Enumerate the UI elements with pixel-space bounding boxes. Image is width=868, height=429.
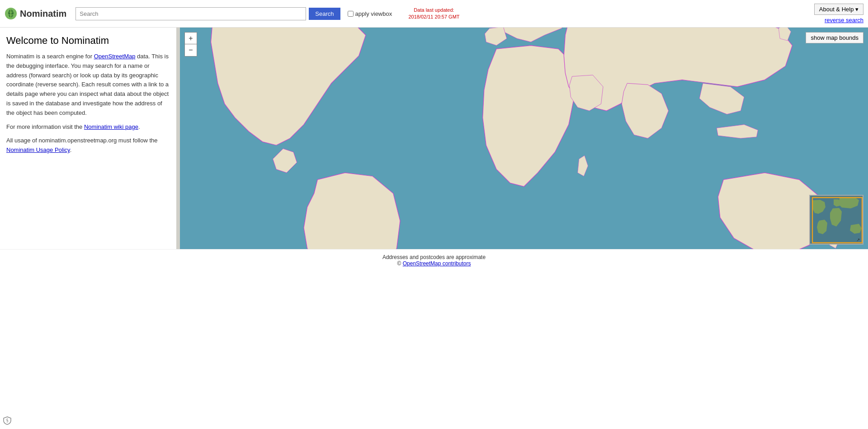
apply-viewbox-area: apply viewbox <box>348 10 392 17</box>
footer-addresses: Addresses and postcodes are approximate <box>5 254 863 260</box>
osm-link[interactable]: OpenStreetMap <box>94 53 136 60</box>
footer-osm-link[interactable]: OpenStreetMap contributors <box>403 260 471 267</box>
logo-text: Nominatim <box>20 9 66 19</box>
world-map-svg <box>180 28 868 249</box>
search-input[interactable] <box>75 7 306 20</box>
zoom-controls: + − <box>184 32 197 57</box>
header: Nominatim Search apply viewbox Data last… <box>0 0 868 28</box>
welcome-title: Welcome to Nominatim <box>6 35 170 47</box>
footer-copyright: © OpenStreetMap contributors <box>5 260 863 267</box>
footer: Addresses and postcodes are approximate … <box>0 249 868 271</box>
usage-policy-link[interactable]: Nominatim Usage Policy <box>6 146 70 153</box>
description-text: Nominatim is a search engine for OpenStr… <box>6 52 170 118</box>
data-updated: Data last updated: 2018/02/11 20:57 GMT <box>408 7 459 21</box>
zoom-out-button[interactable]: − <box>185 44 197 56</box>
top-right-nav: About & Help ▾ reverse search <box>814 4 863 24</box>
apply-viewbox-checkbox[interactable] <box>348 11 354 17</box>
logo-area: Nominatim <box>5 7 66 20</box>
apply-viewbox-label[interactable]: apply viewbox <box>355 10 392 17</box>
map-container[interactable]: + − show map bounds <box>180 28 868 249</box>
search-button[interactable]: Search <box>309 8 340 20</box>
mini-map: ↗ <box>809 195 863 245</box>
about-help-button[interactable]: About & Help ▾ <box>814 4 863 15</box>
nominatim-logo-icon <box>5 7 17 20</box>
show-map-bounds-button[interactable]: show map bounds <box>806 32 863 43</box>
main: Welcome to Nominatim Nominatim is a sear… <box>0 28 868 249</box>
zoom-in-button[interactable]: + <box>185 33 197 44</box>
map-sidebar-gray <box>176 28 180 249</box>
wiki-link[interactable]: Nominatim wiki page <box>84 123 138 130</box>
wiki-line: For more information visit the Nominatim… <box>6 123 170 132</box>
reverse-search-link[interactable]: reverse search <box>825 17 863 24</box>
mini-map-resize-handle[interactable]: ↗ <box>856 237 862 243</box>
usage-line: All usage of nominatim.openstreetmap.org… <box>6 136 170 155</box>
left-panel: Welcome to Nominatim Nominatim is a sear… <box>0 28 176 249</box>
